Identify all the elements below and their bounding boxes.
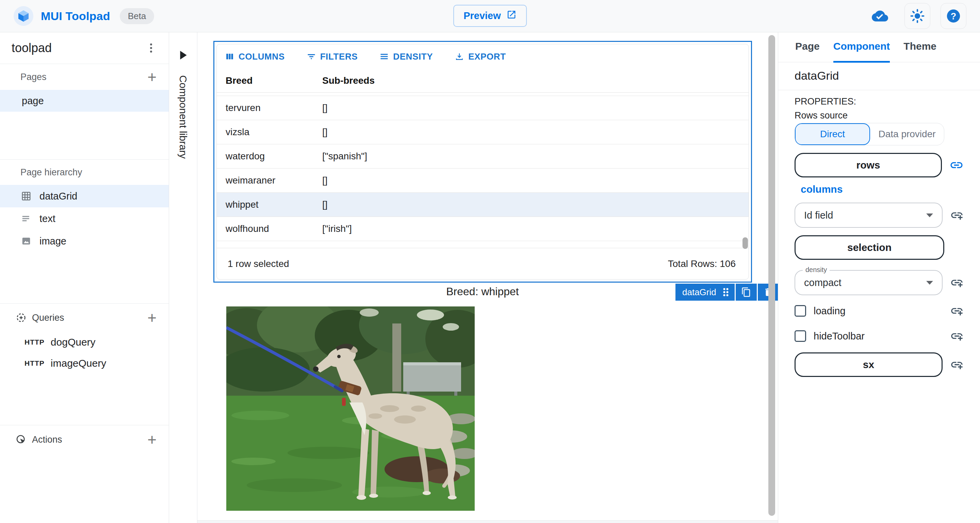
rows-binding-button[interactable] [950, 158, 964, 172]
table-row[interactable]: weimaraner [] [217, 169, 749, 193]
datagrid-footer: 1 row selected Total Rows: 106 [217, 248, 749, 279]
text-icon [21, 214, 31, 224]
id-field-select[interactable]: Id field [795, 203, 943, 228]
component-library-panel[interactable]: Component library [169, 32, 197, 523]
query-item-dogquery[interactable]: HTTP dogQuery [0, 332, 169, 353]
filters-button-label: FILTERS [320, 51, 358, 62]
table-row-partial [217, 92, 749, 96]
mui-toolpad-app: MUI Toolpad Beta Preview [0, 0, 980, 523]
hidetoolbar-checkbox-row: hideToolbar [795, 328, 943, 344]
table-row[interactable]: vizsla [] [217, 120, 749, 144]
theme-toggle-button[interactable] [904, 3, 930, 29]
app-title: MUI Toolpad [41, 10, 110, 23]
sync-status-button[interactable] [865, 3, 894, 29]
hierarchy-item-datagrid[interactable]: dataGrid [0, 185, 169, 207]
grid-icon [21, 191, 31, 201]
sx-binding-button[interactable] [950, 358, 964, 372]
chevron-down-icon [926, 281, 933, 285]
loading-binding-button[interactable] [950, 304, 964, 318]
filter-list-icon [307, 52, 316, 61]
queries-icon [16, 312, 27, 323]
actions-section-header: Actions + [0, 425, 169, 454]
breed-caption-text: Breed: whippet [197, 285, 768, 298]
help-icon: ? [946, 8, 961, 24]
columns-property-link[interactable]: columns [801, 183, 964, 195]
add-query-button[interactable]: + [147, 310, 156, 325]
add-action-button[interactable]: + [147, 432, 156, 447]
loading-checkbox[interactable] [795, 305, 806, 317]
export-button[interactable]: EXPORT [451, 49, 509, 65]
brand: MUI Toolpad Beta [14, 6, 154, 26]
dog-photo [226, 306, 475, 511]
cell-breed: tervuren [217, 102, 322, 113]
svg-text:?: ? [951, 11, 956, 21]
selection-status: 1 row selected [228, 258, 289, 269]
canvas-scrollbar[interactable] [765, 32, 778, 523]
pages-label: Pages [21, 72, 47, 82]
density-select[interactable]: density compact [795, 270, 943, 295]
loading-checkbox-row: loading [795, 303, 943, 318]
page-hierarchy-header: Page hierarchy [0, 160, 169, 185]
cloud-done-icon [872, 8, 888, 24]
rows-source-direct[interactable]: Direct [795, 123, 870, 145]
hierarchy-item-image[interactable]: image [0, 230, 169, 252]
cell-breed: waterdog [217, 151, 322, 162]
hidetoolbar-binding-button[interactable] [950, 329, 964, 343]
help-button[interactable]: ? [940, 3, 966, 29]
table-row[interactable]: tervuren [] [217, 96, 749, 120]
export-button-label: EXPORT [468, 51, 506, 62]
project-menu-kebab-icon[interactable] [145, 42, 157, 54]
inspector-panel: Page Component Theme dataGrid PROPERTIES… [778, 32, 980, 523]
queries-section-header: Queries + [0, 304, 169, 332]
column-header-breed[interactable]: Breed [217, 75, 322, 86]
preview-button-label: Preview [463, 10, 501, 21]
columns-button[interactable]: COLUMNS [221, 49, 288, 65]
inspector-tabs: Page Component Theme [778, 32, 980, 62]
add-link-icon [950, 358, 964, 372]
properties-label: PROPERTIES: [795, 96, 964, 107]
selection-property-button[interactable]: selection [795, 235, 944, 260]
id-field-binding-button[interactable] [950, 208, 964, 222]
density-button[interactable]: DENSITY [376, 49, 436, 65]
sun-icon [910, 9, 924, 23]
hidetoolbar-checkbox[interactable] [795, 330, 806, 342]
rows-source-data-provider[interactable]: Data provider [870, 123, 944, 145]
filters-button[interactable]: FILTERS [303, 49, 361, 65]
table-row[interactable]: wolfhound ["irish"] [217, 217, 749, 241]
datagrid-column-headers: Breed Sub-breeds [217, 69, 749, 92]
cell-subbreeds: [] [322, 199, 749, 210]
column-header-subbreeds[interactable]: Sub-breeds [322, 75, 749, 86]
app-header: MUI Toolpad Beta Preview [0, 0, 980, 32]
tab-theme[interactable]: Theme [904, 40, 937, 61]
total-rows: Total Rows: 106 [668, 258, 736, 269]
tab-component[interactable]: Component [833, 40, 890, 63]
query-item-imagequery[interactable]: HTTP imageQuery [0, 353, 169, 374]
cell-subbreeds: ["irish"] [322, 223, 749, 234]
tab-page[interactable]: Page [795, 40, 820, 61]
page-item[interactable]: page [0, 90, 169, 112]
hierarchy-item-text[interactable]: text [0, 207, 169, 230]
table-row-selected[interactable]: whippet [] [217, 193, 749, 217]
project-explorer: toolpad Pages + page Page hierarchy data… [0, 32, 169, 523]
actions-icon [16, 434, 27, 445]
link-icon [950, 158, 964, 172]
rows-source-label: Rows source [795, 110, 964, 121]
datagrid-scrollbar-thumb[interactable] [743, 237, 748, 249]
rows-property-button[interactable]: rows [795, 153, 942, 177]
view-columns-icon [225, 52, 234, 61]
density-binding-button[interactable] [950, 276, 964, 289]
table-row[interactable]: waterdog ["spanish"] [217, 144, 749, 169]
cell-subbreeds: [] [322, 102, 749, 113]
queries-label: Queries [32, 313, 64, 323]
actions-label: Actions [32, 434, 62, 445]
datagrid-component[interactable]: COLUMNS FILTERS [213, 41, 752, 282]
sx-property-button[interactable]: sx [795, 352, 943, 377]
open-in-new-icon [506, 10, 517, 22]
download-icon [455, 52, 464, 61]
canvas-scrollbar-thumb[interactable] [768, 35, 775, 516]
add-link-icon [950, 208, 964, 222]
expand-arrow-icon[interactable] [179, 50, 188, 60]
preview-button[interactable]: Preview [453, 5, 527, 27]
loading-label: loading [814, 305, 846, 317]
add-page-button[interactable]: + [147, 69, 156, 85]
